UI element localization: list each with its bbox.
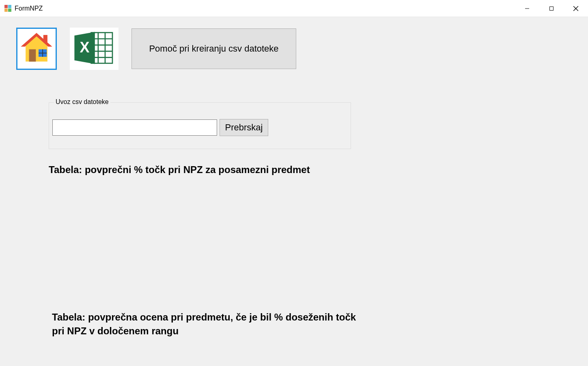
help-csv-button[interactable]: Pomoč pri kreiranju csv datoteke (131, 28, 296, 69)
excel-button[interactable]: X (70, 28, 118, 70)
titlebar-left: FormNPZ (4, 5, 43, 12)
table2-heading: Tabela: povprečna ocena pri predmetu, če… (52, 310, 368, 338)
excel-icon: X (72, 30, 116, 68)
window-controls (515, 0, 588, 17)
minimize-button[interactable] (515, 0, 539, 17)
toolbar-row: X Pomoč pri kreiranju csv datoteke (0, 17, 588, 70)
svg-rect-7 (29, 49, 36, 61)
forms-app-icon (4, 5, 11, 12)
file-path-input[interactable] (52, 119, 217, 136)
titlebar: FormNPZ (0, 0, 588, 17)
maximize-button[interactable] (539, 0, 564, 17)
import-csv-groupbox: Uvoz csv datoteke Prebrskaj (49, 102, 351, 149)
import-csv-label: Uvoz csv datoteke (54, 98, 110, 106)
client-area: X Pomoč pri kreiranju csv datoteke Uvoz … (0, 17, 588, 366)
home-button[interactable] (16, 28, 57, 70)
table1-heading: Tabela: povprečni % točk pri NPZ za posa… (49, 164, 414, 175)
svg-text:X: X (80, 39, 90, 56)
svg-rect-6 (43, 35, 47, 42)
browse-button[interactable]: Prebrskaj (220, 119, 268, 136)
window-title: FormNPZ (15, 5, 43, 12)
home-icon (19, 31, 54, 67)
svg-rect-1 (550, 6, 554, 10)
close-button[interactable] (564, 0, 588, 17)
import-row: Prebrskaj (49, 103, 351, 136)
